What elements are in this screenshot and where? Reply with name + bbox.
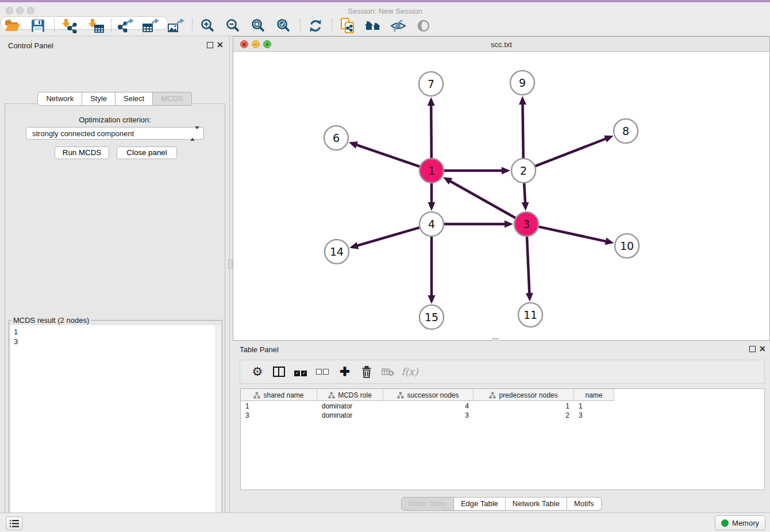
float-panel-icon[interactable] bbox=[749, 346, 756, 352]
unselect-all-columns-button[interactable] bbox=[313, 360, 332, 383]
toolbar-separator bbox=[332, 19, 332, 33]
clone-network-button[interactable] bbox=[337, 18, 358, 34]
import-table-button[interactable] bbox=[85, 18, 106, 34]
column-header-name[interactable]: name bbox=[574, 389, 614, 401]
cell-successor-nodes[interactable]: 4 bbox=[383, 402, 473, 411]
window-title: Session: New Session bbox=[0, 7, 770, 16]
save-session-button[interactable] bbox=[28, 18, 48, 34]
create-column-button[interactable]: ✚ bbox=[336, 360, 354, 383]
graph-edge-3-1[interactable] bbox=[449, 181, 515, 218]
tab-motifs[interactable]: Motifs bbox=[567, 497, 602, 511]
select-all-columns-button[interactable]: ✓✓ bbox=[291, 360, 310, 383]
tab-select[interactable]: Select bbox=[116, 92, 153, 106]
result-scrollbar[interactable] bbox=[215, 325, 221, 532]
node-label-9: 9 bbox=[519, 76, 526, 89]
cell-shared-name[interactable]: 1 bbox=[241, 402, 317, 411]
cell-name[interactable]: 1 bbox=[574, 402, 614, 411]
titlebar: Session: New Session bbox=[0, 2, 770, 16]
zoom-fit-button[interactable] bbox=[248, 18, 269, 34]
node-label-11: 11 bbox=[523, 309, 537, 321]
zoom-selected-button[interactable] bbox=[274, 18, 294, 34]
open-session-button[interactable] bbox=[2, 18, 23, 34]
table-tabs: Node TableEdge TableNetwork TableMotifs bbox=[233, 497, 770, 511]
open-folder-icon bbox=[5, 19, 21, 33]
graph-edge-2-9[interactable] bbox=[522, 103, 523, 158]
refresh-view-button[interactable] bbox=[305, 18, 326, 34]
edge-arrowhead bbox=[428, 202, 436, 211]
cell-predecessor-nodes[interactable]: 2 bbox=[473, 411, 574, 420]
tab-style[interactable]: Style bbox=[82, 92, 116, 106]
zoom-in-button[interactable] bbox=[198, 18, 218, 34]
node-table: shared nameMCDS rolesuccessor nodesprede… bbox=[240, 388, 765, 490]
zoom-out-button[interactable] bbox=[223, 18, 244, 34]
main-toolbar bbox=[0, 16, 770, 36]
list-icon bbox=[9, 519, 20, 528]
show-graphics-details-button[interactable] bbox=[413, 18, 434, 34]
column-header-successor-nodes[interactable]: successor nodes bbox=[383, 389, 473, 401]
tab-mcds[interactable]: MCDS bbox=[153, 92, 191, 106]
graph-edge-2-3[interactable] bbox=[524, 183, 525, 203]
first-neighbors-button[interactable] bbox=[363, 18, 383, 34]
tab-edge-table[interactable]: Edge Table bbox=[454, 497, 506, 511]
task-history-button[interactable] bbox=[6, 516, 22, 530]
cell-predecessor-nodes[interactable]: 1 bbox=[473, 402, 574, 411]
optimization-criterion-label: Optimization criterion: bbox=[5, 115, 225, 124]
vertical-splitter-handle[interactable] bbox=[228, 260, 233, 269]
export-image-button[interactable] bbox=[165, 18, 186, 34]
home-icon bbox=[364, 19, 382, 33]
import-network-icon bbox=[60, 18, 78, 33]
export-table-button[interactable] bbox=[140, 18, 161, 34]
zoom-out-icon bbox=[226, 18, 241, 33]
close-panel-icon[interactable]: ✕ bbox=[217, 42, 224, 48]
column-header-shared-name[interactable]: shared name bbox=[241, 389, 317, 401]
cell-successor-nodes[interactable]: 3 bbox=[383, 411, 473, 420]
delete-table-button[interactable] bbox=[379, 360, 397, 383]
delete-table-icon bbox=[382, 368, 394, 376]
memory-button[interactable]: Memory bbox=[715, 515, 765, 530]
close-panel-button[interactable]: Close panel bbox=[117, 147, 177, 159]
edge-arrowhead bbox=[519, 96, 526, 105]
eye-disabled-icon bbox=[416, 18, 431, 33]
graph-edge-1-7[interactable] bbox=[431, 105, 432, 158]
column-header-MCDS-role[interactable]: MCDS role bbox=[317, 389, 383, 401]
show-columns-button[interactable] bbox=[270, 360, 288, 383]
graph-edge-3-10[interactable] bbox=[538, 227, 606, 242]
mcds-result-group: MCDS result (2 nodes) 1 3 bbox=[9, 320, 222, 532]
node-label-2: 2 bbox=[520, 164, 527, 177]
graph-edge-3-11[interactable] bbox=[527, 237, 529, 294]
status-bar: Memory bbox=[0, 512, 770, 532]
node-label-1: 1 bbox=[428, 164, 435, 177]
close-panel-icon[interactable]: ✕ bbox=[759, 346, 766, 352]
graph-edge-2-8[interactable] bbox=[536, 138, 607, 166]
import-network-button[interactable] bbox=[59, 18, 79, 34]
graph-edge-4-14[interactable] bbox=[357, 228, 419, 246]
table-row-1[interactable]: 1dominator411 bbox=[241, 402, 614, 411]
columns-icon bbox=[273, 367, 285, 377]
float-panel-icon[interactable] bbox=[207, 42, 213, 48]
export-network-button[interactable] bbox=[115, 18, 136, 34]
cell-name[interactable]: 3 bbox=[574, 411, 614, 420]
graph-edge-1-6[interactable] bbox=[356, 145, 419, 167]
column-source-icon bbox=[253, 392, 260, 399]
tab-network-table[interactable]: Network Table bbox=[506, 497, 567, 511]
toolbar-separator bbox=[192, 19, 192, 33]
mcds-result-list[interactable]: 1 3 bbox=[10, 325, 216, 532]
tab-network[interactable]: Network bbox=[37, 92, 82, 106]
table-options-button[interactable]: ⚙ bbox=[248, 360, 267, 383]
mcds-panel: Optimization criterion: strongly connect… bbox=[5, 103, 225, 532]
edge-arrowhead bbox=[526, 293, 533, 302]
delete-column-button[interactable] bbox=[357, 360, 376, 383]
cell-MCDS-role[interactable]: dominator bbox=[317, 402, 383, 411]
edge-arrowhead bbox=[604, 136, 613, 142]
cell-MCDS-role[interactable]: dominator bbox=[317, 411, 383, 420]
criterion-select[interactable]: strongly connected component bbox=[26, 127, 204, 140]
function-builder-button[interactable]: f(x) bbox=[401, 360, 419, 383]
tab-node-table[interactable]: Node Table bbox=[401, 497, 454, 511]
table-row-3[interactable]: 3dominator323 bbox=[241, 411, 614, 420]
control-panel: Control Panel ✕ NetworkStyleSelectMCDS O… bbox=[0, 36, 230, 512]
cell-shared-name[interactable]: 3 bbox=[241, 411, 317, 420]
column-header-predecessor-nodes[interactable]: predecessor nodes bbox=[473, 389, 574, 401]
network-canvas[interactable]: 1234678910111415 bbox=[233, 52, 769, 340]
run-mcds-button[interactable]: Run MCDS bbox=[55, 147, 109, 159]
hide-graphics-details-button[interactable] bbox=[388, 18, 409, 34]
